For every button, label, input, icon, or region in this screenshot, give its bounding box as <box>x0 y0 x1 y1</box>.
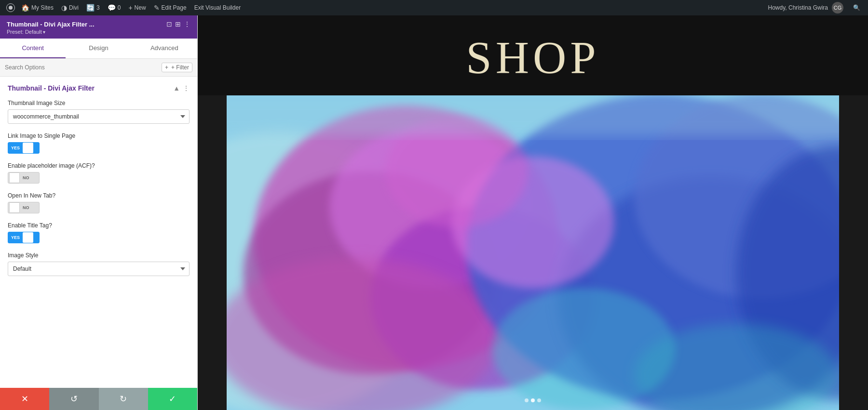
bottom-bar: ✕ ↺ ↻ ✓ <box>0 388 197 410</box>
undo-icon: ↺ <box>70 394 78 404</box>
panel-title: Thumbnail - Divi Ajax Filter ... <box>7 21 95 28</box>
admin-bar-new[interactable]: + New <box>124 0 149 15</box>
toggle-thumb <box>23 143 33 153</box>
colorful-image <box>227 95 839 410</box>
link-image-label: Link Image to Single Page <box>8 132 190 139</box>
thumbnail-image-size-select[interactable]: woocommerce_thumbnail thumbnail medium l… <box>8 109 190 124</box>
admin-bar-my-sites[interactable]: 🏠 My Sites <box>17 0 57 15</box>
open-new-tab-toggle: NO <box>8 202 190 213</box>
search-bar: + + Filter <box>0 59 197 77</box>
open-new-tab-label: Open In New Tab? <box>8 192 190 199</box>
toggle-thumb-off-2 <box>9 202 20 213</box>
field-image-style: Image Style Default Rounded Circle Borde… <box>8 252 190 276</box>
panel-more-icon[interactable]: ⋮ <box>184 20 190 28</box>
enable-title-tag-toggle-switch[interactable]: YES <box>8 232 40 243</box>
edit-icon: ✎ <box>154 4 160 12</box>
admin-bar: 🏠 My Sites ◑ Divi 🔄 3 💬 0 + New ✎ Edit P… <box>0 0 868 15</box>
panel-content: Thumbnail - Divi Ajax Filter ▲ ⋮ Thumbna… <box>0 77 197 388</box>
admin-bar-right: Howdy, Christina Gwira CG 🔍 <box>764 0 864 15</box>
toggle-no-label: NO <box>20 175 32 180</box>
save-icon: ✓ <box>169 394 176 404</box>
section-more-icon[interactable]: ⋮ <box>183 84 190 92</box>
tab-design[interactable]: Design <box>66 39 131 58</box>
home-icon: 🏠 <box>21 4 29 12</box>
admin-bar-search[interactable]: 🔍 <box>849 0 864 15</box>
section-header: Thumbnail - Divi Ajax Filter ▲ ⋮ <box>8 84 190 92</box>
placeholder-image-label: Enable placeholder image (ACF)? <box>8 162 190 169</box>
field-thumbnail-image-size: Thumbnail Image Size woocommerce_thumbna… <box>8 100 190 124</box>
main-layout: Thumbnail - Divi Ajax Filter ... ⊡ ⊞ ⋮ P… <box>0 15 868 410</box>
admin-bar-user[interactable]: Howdy, Christina Gwira CG <box>764 0 847 15</box>
placeholder-image-toggle-switch[interactable]: NO <box>8 172 40 184</box>
panel-tabs: Content Design Advanced <box>0 39 197 59</box>
search-input[interactable] <box>5 64 158 71</box>
field-enable-title-tag: Enable Title Tag? YES <box>8 222 190 243</box>
tab-content[interactable]: Content <box>0 39 66 58</box>
redo-button[interactable]: ↻ <box>99 388 148 410</box>
save-button[interactable]: ✓ <box>148 388 197 410</box>
placeholder-image-toggle: NO <box>8 172 190 184</box>
dots-indicator <box>525 398 541 402</box>
dot-1 <box>525 398 529 402</box>
tab-advanced[interactable]: Advanced <box>132 39 197 58</box>
cancel-icon: ✕ <box>21 394 28 404</box>
dot-2 <box>531 398 535 402</box>
wp-logo-icon[interactable] <box>4 0 17 15</box>
link-image-toggle: YES <box>8 142 190 154</box>
chevron-down-icon: ▾ <box>43 29 45 35</box>
svg-point-1 <box>9 6 13 10</box>
image-style-label: Image Style <box>8 252 190 259</box>
avatar: CG <box>832 2 843 13</box>
toggle-thumb-off <box>9 172 20 183</box>
open-new-tab-toggle-switch[interactable]: NO <box>8 202 40 213</box>
field-enable-placeholder-image: Enable placeholder image (ACF)? NO <box>8 162 190 184</box>
field-open-in-new-tab: Open In New Tab? NO <box>8 192 190 213</box>
comments-icon: 💬 <box>108 4 116 12</box>
toggle-yes-label-2: YES <box>8 232 23 243</box>
divi-icon: ◑ <box>61 4 67 12</box>
dot-3 <box>537 398 541 402</box>
toggle-no-label-2: NO <box>20 205 32 210</box>
shop-title: SHOP <box>207 35 858 81</box>
panel-header: Thumbnail - Divi Ajax Filter ... ⊡ ⊞ ⋮ P… <box>0 15 197 39</box>
toggle-yes-label: YES <box>8 143 23 153</box>
toggle-thumb-2 <box>23 232 33 243</box>
panel-grid-icon[interactable]: ⊞ <box>175 20 181 28</box>
section-title: Thumbnail - Divi Ajax Filter <box>8 84 95 92</box>
admin-bar-updates[interactable]: 🔄 3 <box>82 0 104 15</box>
undo-button[interactable]: ↺ <box>49 388 98 410</box>
panel-header-icons: ⊡ ⊞ ⋮ <box>166 20 190 28</box>
thumbnail-image-size-label: Thumbnail Image Size <box>8 100 190 106</box>
redo-icon: ↻ <box>120 394 127 404</box>
filter-icon: + <box>165 64 168 71</box>
image-area <box>227 95 839 410</box>
canvas-area: SHOP <box>198 15 868 410</box>
new-icon: + <box>128 4 132 12</box>
cancel-button[interactable]: ✕ <box>0 388 49 410</box>
enable-title-tag-toggle: YES <box>8 232 190 243</box>
section-actions: ▲ ⋮ <box>173 84 190 92</box>
admin-bar-divi[interactable]: ◑ Divi <box>57 0 82 15</box>
enable-title-tag-label: Enable Title Tag? <box>8 222 190 229</box>
svg-rect-17 <box>227 95 839 136</box>
image-style-select[interactable]: Default Rounded Circle Bordered <box>8 262 190 276</box>
admin-bar-comments[interactable]: 💬 0 <box>104 0 125 15</box>
shop-title-area: SHOP <box>198 15 868 95</box>
search-icon: 🔍 <box>853 4 860 11</box>
updates-icon: 🔄 <box>86 4 95 12</box>
admin-bar-edit-page[interactable]: ✎ Edit Page <box>150 0 190 15</box>
panel-screen-icon[interactable]: ⊡ <box>166 20 172 28</box>
filter-button[interactable]: + + Filter <box>162 63 192 72</box>
panel-title-row: Thumbnail - Divi Ajax Filter ... ⊡ ⊞ ⋮ <box>7 20 190 28</box>
left-panel: Thumbnail - Divi Ajax Filter ... ⊡ ⊞ ⋮ P… <box>0 15 198 410</box>
preset-row[interactable]: Preset: Default ▾ <box>7 29 190 35</box>
field-link-image-to-single-page: Link Image to Single Page YES <box>8 132 190 154</box>
section-collapse-icon[interactable]: ▲ <box>173 84 180 92</box>
admin-bar-exit-builder[interactable]: Exit Visual Builder <box>190 0 245 15</box>
link-image-toggle-switch[interactable]: YES <box>8 142 40 154</box>
